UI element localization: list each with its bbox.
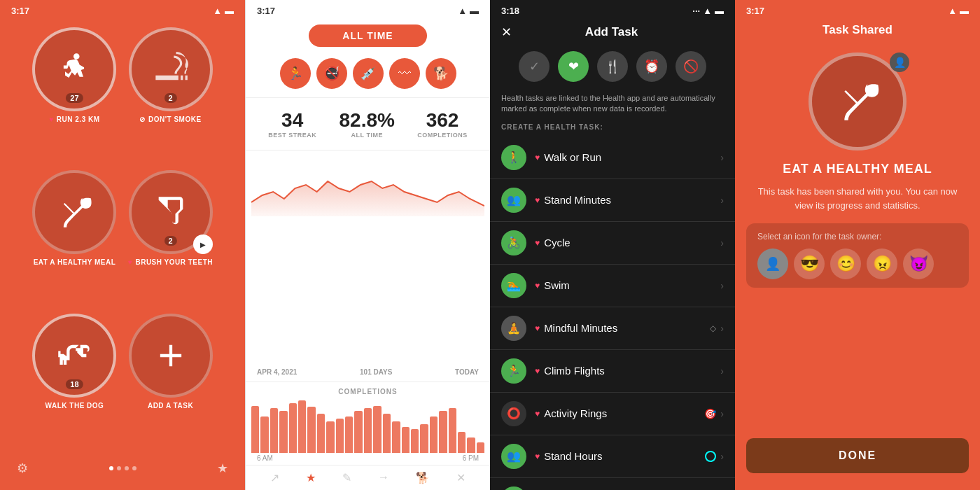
bar-1	[260, 416, 268, 454]
task-cell-add[interactable]: ADD A TASK	[128, 314, 213, 445]
s3-tab-ban[interactable]: 🚫	[676, 51, 706, 82]
toothbrush-icon	[153, 194, 189, 230]
task-cell-run[interactable]: 27 ♥ RUN 2.3 KM	[32, 27, 117, 159]
bar-3	[279, 411, 287, 453]
s3-items-list: 🚶 ♥ Walk or Run › 👥 ♥ Stand Minutes › 🚴	[490, 136, 735, 490]
s2-arrow-icon[interactable]: →	[378, 471, 389, 484]
s3-header: ✕ Add Task	[490, 19, 735, 46]
s2-stat-completions: 362 COMPLETIONS	[417, 109, 468, 139]
s4-emoji-devil[interactable]: 😈	[903, 248, 934, 279]
list-item-walk-run[interactable]: 🚶 ♥ Walk or Run ›	[490, 136, 735, 179]
mindful-heart-icon: ♥	[535, 323, 540, 333]
dot-2[interactable]	[117, 466, 121, 470]
task-circle-meal[interactable]	[32, 170, 116, 254]
list-item-swim[interactable]: 🏊 ♥ Swim ›	[490, 265, 735, 307]
stand-hours-color-dot	[705, 451, 716, 462]
s4-emoji-angry[interactable]: 😠	[867, 248, 897, 279]
s4-emoji-user[interactable]: 👤	[757, 248, 788, 279]
play-button[interactable]: ▶	[193, 234, 213, 254]
star-icon[interactable]: ★	[217, 461, 228, 476]
list-item-activity[interactable]: ⭕ ♥ Activity Rings 🎯 ›	[490, 393, 735, 435]
s2-date-days: 101 DAYS	[360, 368, 392, 376]
s2-stat-alltime: 82.8% ALL TIME	[340, 109, 395, 139]
smoke-badge: 2	[164, 93, 176, 103]
task-cell-dog[interactable]: 18 WALK THE DOG	[32, 314, 117, 445]
bar-6	[307, 407, 315, 453]
s2-streak-value: 34	[281, 109, 303, 132]
list-item-stand-minutes[interactable]: 👥 ♥ Stand Minutes ›	[490, 179, 735, 222]
line-chart-area	[246, 153, 490, 365]
s2-icon-inject[interactable]: 💉	[353, 58, 384, 89]
s2-alltime-label: ALL TIME	[351, 132, 383, 139]
list-item-stand-hours[interactable]: 👥 ♥ Stand Hours ›	[490, 435, 735, 478]
s2-divider-1	[246, 97, 490, 98]
s3-tab-food[interactable]: 🍴	[597, 51, 628, 82]
task-circle-dog[interactable]: 18	[32, 314, 116, 398]
list-item-exercise[interactable]: 🏃 ♥ Exercise Minutes ›	[490, 478, 735, 490]
s2-icon-dog[interactable]: 🐕	[426, 58, 456, 89]
s2-dog-icon[interactable]: 🐕	[416, 471, 430, 484]
s2-icon-smoke[interactable]: 🚭	[316, 58, 347, 89]
task-circle-add[interactable]	[129, 314, 213, 398]
all-time-button[interactable]: ALL TIME	[309, 24, 426, 47]
task-cell-meal[interactable]: EAT A HEALTHY MEAL	[32, 170, 117, 302]
list-item-climb[interactable]: 🏃 ♥ Climb Flights ›	[490, 350, 735, 393]
s3-close-button[interactable]: ✕	[501, 24, 512, 40]
s3-tab-check[interactable]: ✓	[519, 51, 550, 82]
bar-4	[289, 403, 297, 453]
task-circle-teeth[interactable]: 2 ▶	[129, 170, 213, 254]
s2-star-icon[interactable]: ★	[306, 471, 316, 484]
s3-tab-clock[interactable]: ⏰	[636, 51, 667, 82]
s2-divider-2	[246, 150, 490, 150]
list-item-cycle[interactable]: 🚴 ♥ Cycle ›	[490, 222, 735, 265]
s4-done-button[interactable]: DONE	[746, 438, 969, 473]
battery-icon: ▬	[225, 6, 234, 16]
bar-5	[298, 400, 306, 453]
task-grid: 27 ♥ RUN 2.3 KM 2 ⊘ DON'T SMOKE	[18, 19, 227, 454]
s3-icon-stand: 👥	[501, 188, 526, 213]
s3-item-content-swim: ♥ Swim	[535, 279, 720, 291]
s2-bottom-bar: ↗ ★ ✎ → 🐕 ✕	[246, 465, 490, 490]
s2-alltime-value: 82.8%	[340, 109, 395, 132]
task-cell-teeth[interactable]: 2 ▶ ♥ BRUSH YOUR TEETH	[128, 170, 213, 302]
s4-emoji-cool[interactable]: 😎	[794, 248, 825, 279]
cycle-label: Cycle	[544, 237, 570, 248]
s3-tab-heart[interactable]: ❤	[558, 51, 589, 82]
task-circle-smoke[interactable]: 2	[129, 27, 213, 111]
teeth-label: ♥ BRUSH YOUR TEETH	[128, 258, 213, 266]
s3-icon-exercise: 🏃	[501, 486, 526, 490]
s2-completions-title: COMPLETIONS	[338, 388, 397, 396]
s3-item-content-activity: ♥ Activity Rings	[535, 407, 704, 419]
s2-time: 3:17	[257, 6, 275, 16]
activity-chevron: ›	[720, 408, 724, 419]
dot-4[interactable]	[132, 466, 136, 470]
s2-time-row: 6 AM 6 PM	[246, 453, 490, 465]
walk-label: Walk or Run	[544, 151, 601, 163]
s2-icon-wave[interactable]: 〰	[389, 58, 420, 89]
s2-close-icon[interactable]: ✕	[456, 471, 465, 484]
bar-16	[402, 427, 410, 454]
climb-chevron: ›	[720, 365, 724, 377]
task-circle-run[interactable]: 27	[32, 27, 116, 111]
bar-19	[430, 416, 438, 454]
s2-edit-icon[interactable]: ✎	[342, 471, 351, 484]
s4-emoji-smile[interactable]: 😊	[830, 248, 861, 279]
s1-status-icons: ▲ ▬	[213, 6, 234, 16]
meal-label: EAT A HEALTHY MEAL	[34, 258, 116, 266]
task-cell-smoke[interactable]: 2 ⊘ DON'T SMOKE	[128, 27, 213, 159]
bar-22	[458, 432, 465, 453]
dot-3[interactable]	[125, 466, 129, 470]
s2-share-icon[interactable]: ↗	[270, 471, 279, 484]
s2-time-start: 6 AM	[257, 454, 273, 462]
screen1: 3:17 ▲ ▬ 27 ♥ RUN 2.3 KM 2 ⊘ D	[0, 0, 245, 490]
s3-status-icons: ··· ▲ ▬	[692, 6, 724, 16]
settings-icon[interactable]: ⚙	[17, 461, 28, 476]
screen4: 3:17 ▲ ▬ Task Shared 👤 EAT A HEALTHY MEA…	[735, 0, 980, 490]
s2-time-end: 6 PM	[463, 454, 479, 462]
s4-user-badge: 👤	[890, 52, 909, 72]
dot-1[interactable]	[109, 466, 113, 470]
s2-icon-run[interactable]: 🏃	[280, 58, 311, 89]
s3-icon-cycle: 🚴	[501, 230, 526, 255]
list-item-mindful[interactable]: 🧘 ♥ Mindful Minutes ◇ ›	[490, 307, 735, 350]
mindful-diamond-icon: ◇	[710, 323, 716, 333]
